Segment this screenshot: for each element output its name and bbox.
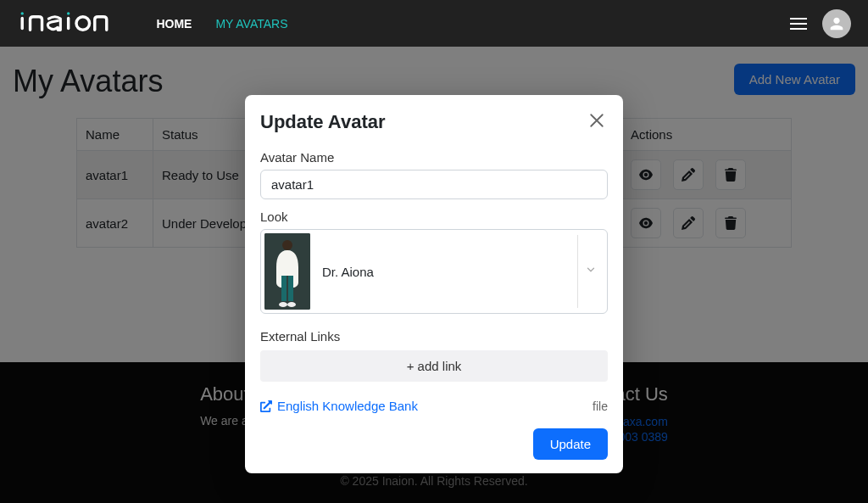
nav-home[interactable]: HOME xyxy=(156,17,192,31)
avatar-name-input[interactable] xyxy=(260,170,608,199)
avatar-name-label: Avatar Name xyxy=(260,150,608,165)
svg-point-10 xyxy=(287,302,296,307)
update-avatar-modal: Update Avatar Avatar Name Look Dr. Aiona xyxy=(245,95,623,473)
hamburger-menu-icon[interactable] xyxy=(790,18,807,30)
external-links-label: External Links xyxy=(260,329,608,344)
kb-file-hint: file xyxy=(593,400,608,413)
svg-rect-3 xyxy=(67,16,70,30)
svg-point-2 xyxy=(67,12,70,14)
look-selected-name: Dr. Aiona xyxy=(322,265,374,279)
logo[interactable] xyxy=(17,10,122,37)
user-avatar[interactable] xyxy=(822,9,851,38)
look-dropdown[interactable]: Dr. Aiona xyxy=(260,229,608,314)
add-link-button[interactable]: + add link xyxy=(260,350,608,382)
close-button[interactable] xyxy=(586,108,608,137)
look-label: Look xyxy=(260,210,608,224)
modal-title: Update Avatar xyxy=(260,111,386,133)
external-link-icon xyxy=(260,400,272,412)
svg-rect-7 xyxy=(281,276,287,301)
knowledge-bank-row: English Knowledge Bank file xyxy=(260,399,608,413)
nav-my-avatars[interactable]: MY AVATARS xyxy=(215,17,287,31)
close-icon xyxy=(589,113,604,128)
svg-point-9 xyxy=(279,302,287,307)
top-header: HOME MY AVATARS xyxy=(0,0,868,47)
svg-rect-8 xyxy=(288,276,293,301)
svg-point-6 xyxy=(282,240,292,250)
svg-rect-1 xyxy=(21,16,24,30)
look-thumbnail xyxy=(264,233,310,310)
svg-point-0 xyxy=(21,12,24,14)
update-button[interactable]: Update xyxy=(533,428,608,460)
chevron-down-icon xyxy=(585,264,597,279)
knowledge-bank-link[interactable]: English Knowledge Bank xyxy=(260,399,418,413)
main-nav: HOME MY AVATARS xyxy=(156,17,287,31)
svg-point-4 xyxy=(76,16,90,30)
